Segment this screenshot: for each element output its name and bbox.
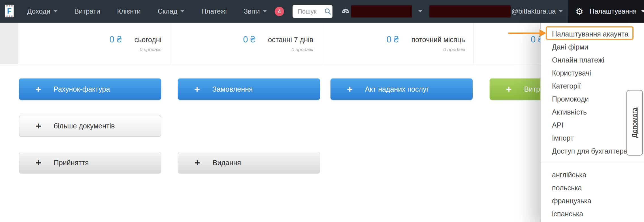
- menu-item-lang-polish[interactable]: польська: [541, 181, 644, 194]
- language-list: англійська польська французька іспанська: [541, 168, 644, 220]
- goods-issued-button[interactable]: + Видання: [178, 152, 320, 173]
- button-label: Замовлення: [212, 85, 253, 93]
- plus-icon: +: [506, 84, 512, 94]
- stat-label: останні 7 днів: [268, 35, 313, 45]
- button-label: Акт наданих послуг: [365, 85, 429, 93]
- redacted-company-name: [351, 5, 412, 18]
- top-navbar: F Доходи Витрати Клієнти Склад Платежі З…: [0, 0, 644, 23]
- plus-icon: +: [194, 84, 200, 94]
- stat-value: 0 ₴: [243, 35, 255, 64]
- search-box: [293, 5, 332, 18]
- stat-value: 0 ₴: [387, 35, 399, 64]
- stat-sub: 0 продажі: [140, 47, 161, 53]
- new-invoice-button[interactable]: + Рахунок-фактура: [19, 78, 161, 100]
- stat-current-month: 0 ₴ поточний місяць 0 продажі: [322, 23, 474, 64]
- button-label: Видання: [213, 159, 241, 167]
- stat-last-7-days: 0 ₴ останні 7 днів 0 продажі: [170, 23, 322, 64]
- stat-sub: 0 продажі: [291, 47, 313, 53]
- stat-label: сьогодні: [135, 35, 161, 45]
- account-domain[interactable]: @bitfaktura.ua: [511, 0, 556, 23]
- nav-item-clients[interactable]: Клієнти: [117, 7, 141, 15]
- nav-item-label: Клієнти: [117, 7, 141, 15]
- plus-icon: +: [36, 158, 41, 167]
- menu-item-lang-french[interactable]: французька: [541, 194, 644, 207]
- chevron-down-icon: [263, 10, 267, 12]
- menu-item-lang-english[interactable]: англійська: [541, 168, 644, 181]
- stat-today: 0 ₴ сьогодні 0 продажі: [18, 23, 170, 64]
- menu-item-lang-spanish[interactable]: іспанська: [541, 207, 644, 220]
- nav-item-label: Платежі: [201, 7, 227, 15]
- nav-item-warehouse[interactable]: Склад: [158, 7, 184, 15]
- plus-icon: +: [195, 158, 200, 167]
- chevron-down-icon[interactable]: [418, 10, 422, 12]
- nav-item-reports[interactable]: Звіти: [244, 7, 267, 15]
- gear-icon: ⚙: [575, 7, 583, 16]
- settings-menu-trigger[interactable]: ⚙ Налаштування: [568, 0, 644, 23]
- main-nav: Доходи Витрати Клієнти Склад Платежі Зві…: [27, 0, 267, 23]
- button-label: Рахунок-фактура: [54, 85, 110, 93]
- help-side-tab[interactable]: Допомога: [626, 90, 643, 156]
- menu-item-users[interactable]: Користувачі: [541, 66, 644, 79]
- search-input[interactable]: [297, 8, 324, 16]
- plus-icon: +: [35, 84, 41, 94]
- app-screen: F Доходи Витрати Клієнти Склад Платежі З…: [0, 0, 644, 222]
- goods-received-button[interactable]: + Прийняття: [19, 152, 161, 173]
- plus-icon: +: [36, 121, 41, 131]
- logo-letter: F: [7, 7, 12, 15]
- dashboard-gauge-icon[interactable]: [342, 8, 349, 16]
- nav-item-label: Витрати: [74, 7, 100, 15]
- chevron-down-icon: [641, 10, 644, 12]
- stat-label: поточний місяць: [411, 35, 465, 45]
- chevron-down-icon: [54, 10, 57, 12]
- nav-item-expenses[interactable]: Витрати: [74, 7, 100, 15]
- app-logo[interactable]: F: [5, 5, 14, 17]
- search-icon[interactable]: [324, 8, 332, 15]
- nav-item-label: Доходи: [27, 7, 50, 15]
- notification-count: 4: [278, 8, 281, 15]
- help-tab-label: Допомога: [631, 107, 639, 138]
- stat-sub: 0 продажі: [443, 47, 465, 53]
- stats-left-strip: [0, 23, 18, 64]
- menu-item-company-data[interactable]: Дані фірми: [541, 40, 644, 53]
- nav-item-label: Звіти: [244, 7, 260, 15]
- chevron-down-icon: [180, 10, 184, 12]
- nav-item-incomes[interactable]: Доходи: [27, 7, 57, 15]
- chevron-down-icon[interactable]: [559, 10, 563, 12]
- plus-icon: +: [347, 84, 353, 94]
- menu-item-online-payments[interactable]: Онлайн платежі: [541, 53, 644, 66]
- button-label: Прийняття: [54, 159, 89, 167]
- menu-item-account-settings[interactable]: Налаштування акаунта: [541, 27, 644, 40]
- account-domain-label: @bitfaktura.ua: [511, 7, 556, 15]
- new-service-act-button[interactable]: + Акт наданих послуг: [330, 78, 473, 100]
- settings-label: Налаштування: [590, 7, 637, 15]
- redacted-account-name: [429, 5, 511, 18]
- pointer-arrow-line: [508, 33, 540, 34]
- more-documents-button[interactable]: + більше документів: [19, 115, 161, 137]
- notification-badge[interactable]: 4: [275, 7, 284, 16]
- nav-item-label: Склад: [158, 7, 177, 15]
- new-order-button[interactable]: + Замовлення: [178, 78, 320, 100]
- pointer-arrow-head: [539, 29, 546, 37]
- stat-value: 0 ₴: [110, 35, 122, 64]
- button-label: більше документів: [54, 122, 115, 130]
- menu-separator: [541, 162, 644, 162]
- nav-item-payments[interactable]: Платежі: [201, 7, 227, 15]
